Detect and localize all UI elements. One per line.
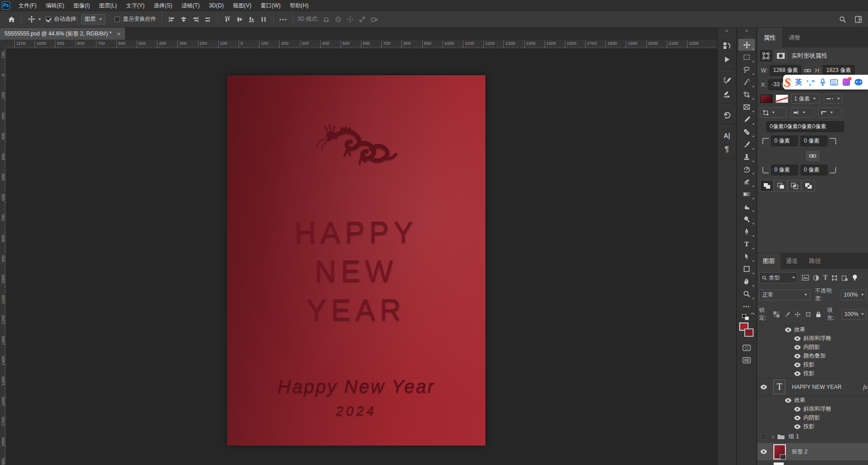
menu-item-type[interactable]: 文字(Y) [121, 2, 149, 9]
ime-skin-icon[interactable] [843, 78, 850, 86]
live-shape-icon[interactable] [760, 50, 772, 61]
lock-position-icon[interactable] [795, 311, 801, 317]
layer-row-text[interactable]: THAPPY NEW YEARfx [757, 378, 868, 396]
frame-tool[interactable] [738, 101, 755, 113]
visibility-eye-icon[interactable] [794, 371, 801, 376]
history-panel-icon[interactable] [718, 39, 736, 53]
pathfinder-intersect-icon[interactable] [788, 180, 801, 191]
paragraph-panel-icon[interactable]: ¶ [718, 143, 736, 156]
collapse-toolbar-icon[interactable]: « [737, 28, 756, 34]
3d-roll-icon[interactable] [333, 14, 343, 24]
more-options-icon[interactable]: ••• [278, 14, 288, 24]
photoshop-logo[interactable]: Ps [2, 1, 10, 10]
tab-adjustments[interactable]: 调整 [782, 28, 807, 48]
text-layer-thumbnail[interactable]: T [773, 380, 785, 394]
menu-item-filter[interactable]: 滤镜(T) [177, 2, 204, 9]
link-corner-radii-icon[interactable] [805, 150, 820, 162]
default-colors-icon[interactable] [742, 313, 751, 321]
menu-item-edit[interactable]: 编辑(E) [41, 2, 69, 9]
show-transform-checkbox[interactable] [114, 17, 120, 22]
corner-radii-summary-field[interactable]: 0像素0像素0像素0像素 [766, 121, 844, 132]
tool-presets-panel-icon[interactable] [718, 87, 736, 101]
filter-adjustment-layers-icon[interactable] [813, 275, 819, 281]
align-top-icon[interactable] [222, 14, 233, 24]
layer-effects-header[interactable]: 效果 [757, 396, 868, 405]
3d-orbit-icon[interactable] [321, 14, 331, 24]
visibility-eye-icon[interactable] [785, 328, 791, 332]
eraser-tool[interactable] [738, 176, 755, 188]
home-icon[interactable] [6, 14, 17, 24]
ime-mic-icon[interactable] [820, 78, 826, 86]
smudge-tool[interactable] [738, 201, 755, 213]
visibility-eye-icon[interactable] [794, 336, 801, 341]
rectangle-tool[interactable] [738, 263, 755, 275]
ime-punctuation-toggle[interactable]: ’,” [807, 78, 815, 86]
screen-mode-icon[interactable] [738, 354, 755, 366]
gradient-tool[interactable] [738, 188, 755, 200]
align-bottom-icon[interactable] [246, 14, 257, 24]
align-right-icon[interactable] [191, 14, 201, 24]
align-center-h-icon[interactable] [179, 14, 189, 24]
align-middle-icon[interactable] [234, 14, 245, 24]
lock-artboard-icon[interactable] [805, 311, 811, 317]
layer-effect-item[interactable]: 斜面和浮雕 [757, 405, 868, 413]
auto-select-checkbox[interactable] [46, 17, 51, 22]
corner-bl-field[interactable]: 0 像素 [771, 165, 798, 175]
menu-item-layer[interactable]: 图层(L) [95, 2, 122, 9]
tab-layers[interactable]: 图层 [757, 253, 780, 269]
magic-wand-tool[interactable] [738, 76, 755, 88]
sogou-logo-icon[interactable]: S [784, 76, 791, 90]
pathfinder-union-icon[interactable] [760, 180, 773, 191]
stroke-width-dropdown[interactable]: 1 像素 [791, 94, 820, 104]
layer-effect-item[interactable]: 投影 [757, 360, 868, 369]
healing-brush-tool[interactable] [738, 126, 755, 138]
corner-tr-field[interactable]: 0 像素 [801, 136, 827, 146]
horizontal-ruler[interactable]: 1100100090080070060050040030020010001002… [6, 40, 717, 49]
poster-document[interactable]: HAPPY NEW YEAR Happy New Year 2024 [227, 75, 485, 446]
brush-tool[interactable] [738, 138, 755, 150]
layer-effect-item[interactable]: 颜色叠加 [757, 352, 868, 360]
menu-item-file[interactable]: 文件(F) [14, 2, 41, 9]
3d-camera-icon[interactable] [369, 14, 379, 24]
layer-row-background[interactable]: 背景 [757, 461, 868, 465]
visibility-eye-icon[interactable] [760, 385, 767, 389]
filter-toggle-icon[interactable] [852, 274, 858, 281]
eyedropper-tool[interactable] [738, 113, 755, 125]
stroke-corner-dropdown[interactable] [818, 107, 842, 118]
actions-panel-icon[interactable] [718, 53, 736, 66]
tab-channels[interactable]: 通道 [780, 253, 803, 269]
panel-grip[interactable] [722, 126, 732, 127]
filter-pixel-layers-icon[interactable] [802, 275, 809, 280]
stroke-style-dropdown[interactable] [824, 94, 843, 104]
lock-pixels-icon[interactable] [784, 311, 790, 317]
3d-drag-icon[interactable] [345, 14, 355, 24]
layer-row-shape[interactable]: 矩形 2 [757, 443, 868, 461]
panel-grip[interactable] [722, 105, 732, 107]
layer-effect-item[interactable]: 内阴影 [757, 343, 868, 352]
menu-item-3d[interactable]: 3D(D) [204, 2, 228, 9]
opacity-dropdown[interactable]: 100% [841, 290, 867, 300]
menu-item-view[interactable]: 视图(V) [228, 2, 256, 9]
move-tool-option[interactable] [25, 14, 41, 24]
height-field[interactable]: 1823 像素 [823, 65, 854, 76]
rotate-view-panel-icon[interactable] [718, 108, 736, 122]
blend-mode-dropdown[interactable]: 正常 [759, 290, 810, 300]
canvas-area[interactable]: HAPPY NEW YEAR Happy New Year 2024 [6, 49, 717, 465]
layer-effect-item[interactable]: 斜面和浮雕 [757, 334, 868, 343]
background-color-swatch[interactable] [744, 328, 754, 337]
edit-toolbar-icon[interactable]: ••• [738, 300, 755, 312]
stroke-cap-dropdown[interactable] [790, 107, 814, 118]
collapse-panels-icon[interactable]: « [718, 28, 736, 34]
filter-shape-layers-icon[interactable] [832, 275, 838, 281]
panel-grip[interactable] [722, 71, 732, 72]
layer-filter-dropdown[interactable]: 类型 [759, 272, 798, 283]
layer-effect-item[interactable]: 投影 [757, 369, 868, 378]
visibility-eye-icon[interactable] [794, 345, 801, 350]
visibility-eye-empty[interactable] [760, 434, 766, 440]
shape-layer-thumbnail[interactable] [773, 444, 786, 459]
search-icon[interactable] [838, 14, 848, 24]
type-tool[interactable]: T [738, 238, 755, 250]
layer-effect-item[interactable]: 内阴影 [757, 413, 868, 422]
stroke-align-dropdown[interactable] [760, 107, 787, 118]
hand-tool[interactable] [738, 275, 755, 287]
